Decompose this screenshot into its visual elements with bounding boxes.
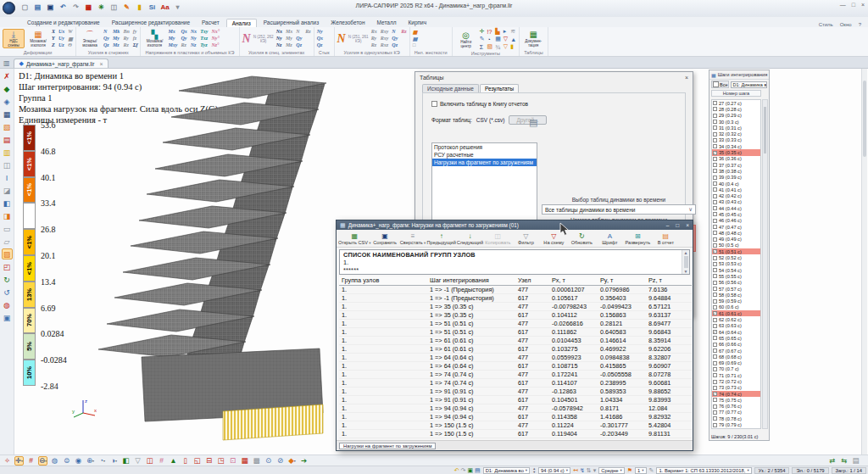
table-row[interactable]: 1. 1 => 64 (0.64 с) 477 0.0559923 0.0984… <box>339 353 692 361</box>
ribbon-chip-button[interactable]: ▤ <box>413 36 418 42</box>
table-row[interactable]: 1. 1 => 74 (0.74 с) 617 0.114107 0.23899… <box>339 378 692 387</box>
step-item[interactable]: 57 (0.57 с) <box>712 286 760 292</box>
ribbon-chip-button[interactable]: Θ <box>68 42 73 49</box>
left-tool-icon[interactable]: ◧ <box>2 198 13 209</box>
step-item[interactable]: 79 (0.79 с) <box>712 421 760 427</box>
ribbon-chip-button[interactable]: Rz <box>305 29 310 36</box>
left-tool-icon[interactable]: ◍ <box>2 299 13 310</box>
number-select[interactable]: 1 <box>635 467 647 474</box>
save-button[interactable]: ▣ Сохранить <box>371 231 399 247</box>
step-item[interactable]: 72 (0.72 с) <box>712 378 760 384</box>
step-checkbox-icon[interactable] <box>713 336 717 340</box>
scale-swatch[interactable]: 13% <box>23 282 36 308</box>
step-checkbox-icon[interactable] <box>713 324 717 328</box>
view-tool-icon[interactable]: ◉ <box>74 456 83 466</box>
ribbon-chip-button[interactable]: Ny <box>317 29 323 36</box>
step-checkbox-icon[interactable] <box>713 354 717 359</box>
lock-icon[interactable]: ▮ <box>135 3 144 12</box>
ribbon-chip-button[interactable]: Ry <box>123 36 129 42</box>
undo-icon[interactable]: ↶ <box>58 3 68 12</box>
scroll-down-icon[interactable]: ▼ <box>684 269 688 274</box>
scale-swatch[interactable]: <1% <box>23 125 36 151</box>
view-tool-icon[interactable]: ⊜ <box>62 456 71 466</box>
tables-filter-select[interactable]: Все таблицы динамики во времени∨ <box>542 204 696 215</box>
left-tool-icon[interactable]: ◈ <box>2 96 13 107</box>
steps-scrollbar[interactable] <box>762 99 768 429</box>
ribbon-chip-button[interactable]: Ny <box>276 36 282 42</box>
fragment-tool-icon[interactable]: ◱ <box>192 456 202 466</box>
ribbon-tab[interactable]: Металл <box>372 19 402 27</box>
scale-swatch[interactable]: 5% <box>23 333 36 360</box>
table-row[interactable]: 1. 1 => 150 (1.5 с) 617 0.119404 -0.2034… <box>339 429 692 438</box>
tool-icon[interactable]: !? <box>487 29 493 35</box>
step-first-icon[interactable]: ↤ <box>573 467 578 474</box>
ribbon-chip-button[interactable]: My <box>113 36 120 42</box>
ribbon-chip-button[interactable]: Mx <box>168 29 177 36</box>
tool-icon[interactable]: Σ <box>480 44 485 50</box>
step-item[interactable]: 41 (0.41 с) <box>712 187 760 192</box>
step-item[interactable]: 53 (0.53 с) <box>712 261 760 267</box>
lasso-select-icon[interactable]: ✧ <box>3 456 12 466</box>
left-tool-icon[interactable]: ✗ <box>2 70 13 81</box>
step-item[interactable]: 64 (0.64 с) <box>712 329 760 335</box>
step-checkbox-icon[interactable] <box>713 318 717 322</box>
step-checkbox-icon[interactable] <box>713 138 717 142</box>
ribbon-chip-button[interactable]: X <box>52 29 55 36</box>
go-tool-icon[interactable]: ➔ <box>299 456 309 466</box>
step-checkbox-icon[interactable] <box>713 243 717 248</box>
expand-button[interactable]: ⊞ Развернуть <box>624 231 652 247</box>
table-row[interactable]: 1. 1 => 61 (0.61 с) 617 0.103275 0.46992… <box>339 344 692 353</box>
projection-icon[interactable]: # <box>157 456 166 466</box>
aa-icon[interactable]: Aa <box>160 3 170 12</box>
step-checkbox-icon[interactable] <box>713 299 717 304</box>
documentation-button[interactable]: ▦Докумен-тация <box>522 30 544 47</box>
step-item[interactable]: 61 (0.61 с) <box>712 310 760 316</box>
step-checkbox-icon[interactable] <box>713 225 717 229</box>
step-item[interactable]: 66 (0.66 с) <box>712 342 760 348</box>
step-checkbox-icon[interactable] <box>713 380 717 384</box>
table-row[interactable]: 1. 1 => 51 (0.51 с) 617 0.111862 0.64058… <box>339 327 692 336</box>
include-report-checkbox[interactable]: Включить таблицу в Книгу отчетов <box>431 101 685 107</box>
step-checkbox-icon[interactable] <box>713 144 717 148</box>
new-file-icon[interactable]: ▢ <box>20 3 30 12</box>
sync-icon[interactable]: ⇄ <box>827 456 837 466</box>
step-item[interactable]: 78 (0.78 с) <box>712 415 760 421</box>
step-item[interactable]: 75 (0.75 с) <box>712 397 760 403</box>
left-tool-icon[interactable]: ◰ <box>2 261 13 272</box>
step-item[interactable]: 80 (0.8 с) <box>712 428 760 429</box>
result-mode-select[interactable]: D1: Динамика во <box>483 467 530 474</box>
ribbon-chip-button[interactable]: Tyz <box>200 42 208 49</box>
ribbon-chip-button[interactable]: W <box>68 29 73 36</box>
dialog-tab[interactable]: Исходные данные <box>422 84 479 92</box>
step-item[interactable]: 29 (0.29 с) <box>712 113 760 119</box>
ribbon-tab[interactable]: Железобетон <box>326 19 370 27</box>
step-checkbox-icon[interactable] <box>713 194 717 198</box>
step-item[interactable]: 46 (0.46 с) <box>712 218 760 224</box>
step-checkbox-icon[interactable] <box>713 268 717 272</box>
step-item[interactable]: 38 (0.38 с) <box>712 168 760 174</box>
ribbon-chip-button[interactable]: Nz <box>191 42 197 49</box>
tool-icon[interactable]: ▙ <box>495 28 501 35</box>
ribbon-chip-button[interactable]: Nx° <box>211 29 220 36</box>
ribbon-chip-button[interactable]: Nx <box>191 29 197 36</box>
scale-swatch[interactable]: <1% <box>23 151 36 177</box>
scrollbar-thumb[interactable] <box>863 81 866 157</box>
step-item[interactable]: 51 (0.51 с) <box>712 248 760 254</box>
step-item[interactable]: 62 (0.62 с) <box>712 316 760 322</box>
update-icon[interactable]: ✳ <box>97 3 106 12</box>
copy-button[interactable]: ◫ Копировать <box>484 231 512 247</box>
step-item[interactable]: 37 (0.37 с) <box>712 162 760 168</box>
step-item[interactable]: 45 (0.45 с) <box>712 211 760 217</box>
ribbon-chip-button[interactable]: Qz <box>317 42 323 49</box>
tool-icon[interactable]: ▸ <box>504 28 508 35</box>
step-checkbox-icon[interactable] <box>713 367 717 371</box>
step-item[interactable]: 30 (0.3 с) <box>712 119 760 125</box>
step-checkbox-icon[interactable] <box>713 262 717 266</box>
scroll-up-icon[interactable]: ▲ <box>684 250 688 255</box>
ribbon-chip-button[interactable]: Z <box>52 42 55 49</box>
left-tool-icon[interactable]: ▥ <box>2 147 13 158</box>
close-button[interactable]: × <box>861 2 865 8</box>
ribbon-chip-button[interactable]: Txz <box>200 36 208 42</box>
ribbon-chip-button[interactable]: Uy <box>58 36 64 42</box>
ribbon-chip-button[interactable]: Uz <box>58 42 64 49</box>
